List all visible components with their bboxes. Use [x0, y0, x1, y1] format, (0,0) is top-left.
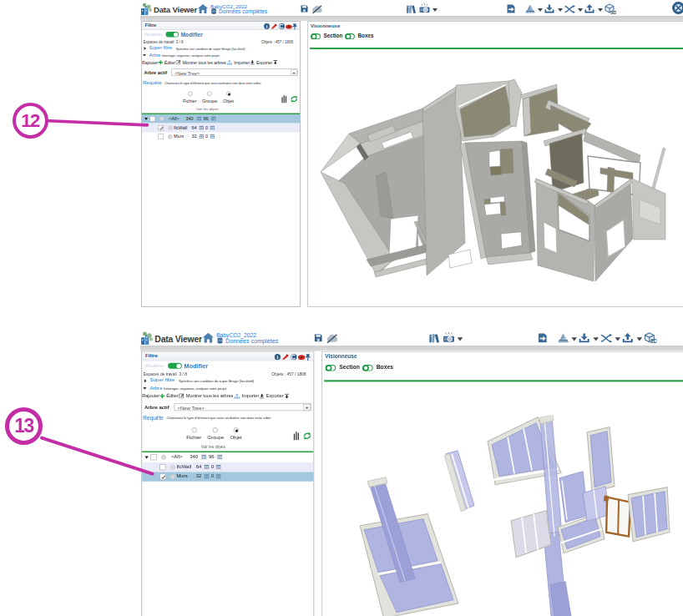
svg-text:3D: 3D	[650, 339, 657, 345]
svg-text:3D: 3D	[610, 10, 616, 15]
